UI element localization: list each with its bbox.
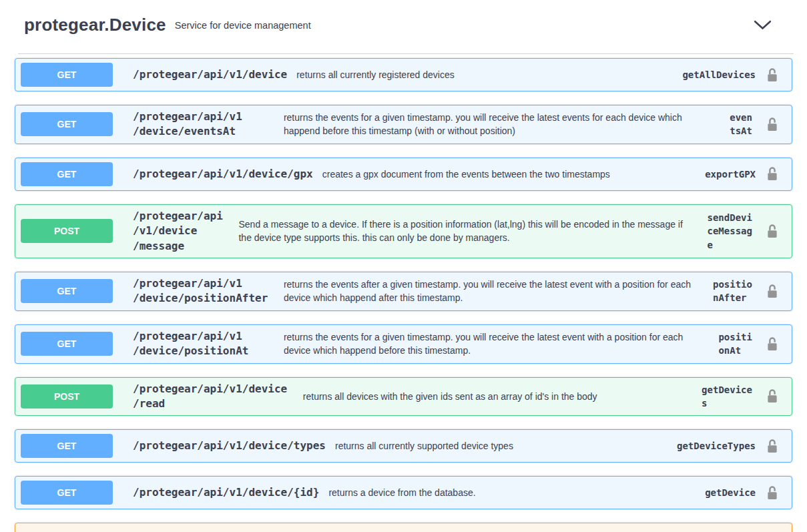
operation-id: getAllDevices (682, 68, 756, 81)
unlock-icon (766, 439, 778, 454)
method-badge: GET (21, 279, 113, 303)
method-badge: GET (21, 434, 113, 458)
method-badge: GET (21, 162, 113, 186)
method-badge: GET (21, 112, 113, 136)
endpoint-description: returns all currently registered devices (296, 68, 682, 81)
method-badge: GET (21, 63, 113, 87)
authorize-lock-button[interactable] (766, 67, 778, 83)
authorize-lock-button[interactable] (766, 439, 778, 454)
authorize-lock-button[interactable] (766, 336, 778, 352)
unlock-icon (766, 485, 778, 501)
endpoint-path: /protegear/api/v1/device/positionAt (133, 329, 274, 359)
endpoint-description: returns all currently supported device t… (335, 439, 677, 453)
endpoint-description: returns the events for a given timestamp… (284, 330, 718, 358)
endpoint-path: /protegear/api/v1/device (133, 67, 287, 82)
authorize-lock-button[interactable] (766, 117, 778, 132)
method-badge: GET (21, 481, 113, 505)
collapse-section-button[interactable] (751, 17, 774, 33)
endpoint-path: /protegear/api/v1/device/message (133, 209, 229, 254)
endpoint-path: /protegear/api/v1/device/eventsAt (133, 109, 274, 140)
authorize-lock-button[interactable] (766, 485, 778, 501)
operation-row-get-eventsat[interactable]: GET /protegear/api/v1/device/eventsAt re… (15, 105, 792, 144)
operation-row-get-positionafter[interactable]: GET /protegear/api/v1/device/positionAft… (15, 272, 792, 311)
operation-id: sendDeviceMessage (708, 211, 756, 252)
endpoint-path: /protegear/api/v1/device/{id} (133, 485, 319, 500)
operation-row-partial[interactable] (15, 523, 792, 532)
unlock-icon (766, 117, 778, 132)
endpoint-path: /protegear/api/v1/device/positionAfter (133, 276, 274, 306)
endpoint-description: returns all devices with the given ids s… (303, 390, 702, 403)
unlock-icon (766, 336, 778, 352)
endpoint-path: /protegear/api/v1/device/types (133, 439, 326, 453)
endpoint-description: returns the events after a given timesta… (284, 278, 713, 305)
endpoint-path: /protegear/api/v1/device/read (133, 382, 294, 412)
authorize-lock-button[interactable] (766, 284, 778, 299)
operation-row-get-device[interactable]: GET /protegear/api/v1/device returns all… (15, 58, 792, 91)
operation-row-get-gpx[interactable]: GET /protegear/api/v1/device/gpx creates… (15, 158, 792, 191)
authorize-lock-button[interactable] (766, 388, 778, 404)
chevron-down-icon (754, 20, 772, 30)
operation-row-get-by-id[interactable]: GET /protegear/api/v1/device/{id} return… (15, 476, 792, 509)
service-header[interactable]: protegear.Device Service for device mana… (0, 0, 807, 35)
endpoint-description: creates a gpx document from the events b… (322, 168, 705, 181)
operation-id: getDevices (702, 383, 756, 411)
operation-row-post-message[interactable]: POST /protegear/api/v1/device/message Se… (15, 204, 792, 258)
method-badge: POST (21, 219, 113, 243)
operations-list: GET /protegear/api/v1/device returns all… (0, 54, 807, 532)
endpoint-description: returns the events for a given timestamp… (284, 111, 730, 138)
endpoint-path: /protegear/api/v1/device/gpx (133, 167, 313, 182)
unlock-icon (766, 388, 778, 404)
endpoint-description: returns a device from the database. (328, 486, 705, 499)
service-title: protegear.Device (24, 15, 166, 35)
authorize-lock-button[interactable] (766, 166, 778, 182)
operation-row-get-positionat[interactable]: GET /protegear/api/v1/device/positionAt … (15, 324, 792, 364)
unlock-icon (766, 67, 778, 83)
service-subtitle: Service for device management (175, 20, 311, 31)
operation-id: eventsAt (730, 111, 756, 138)
operation-row-get-types[interactable]: GET /protegear/api/v1/device/types retur… (15, 429, 792, 463)
unlock-icon (766, 166, 778, 182)
endpoint-description: Send a message to a device. If there is … (238, 218, 707, 245)
authorize-lock-button[interactable] (766, 224, 778, 239)
unlock-icon (766, 224, 778, 239)
operation-id: positionAfter (713, 278, 756, 305)
method-badge: GET (21, 332, 113, 356)
operation-id: exportGPX (705, 168, 756, 181)
operation-id: getDeviceTypes (677, 439, 756, 453)
unlock-icon (766, 284, 778, 299)
method-badge: POST (21, 384, 113, 409)
operation-id: positionAt (718, 330, 756, 358)
operation-id: getDevice (705, 486, 756, 499)
operation-row-post-read[interactable]: POST /protegear/api/v1/device/read retur… (15, 377, 792, 417)
